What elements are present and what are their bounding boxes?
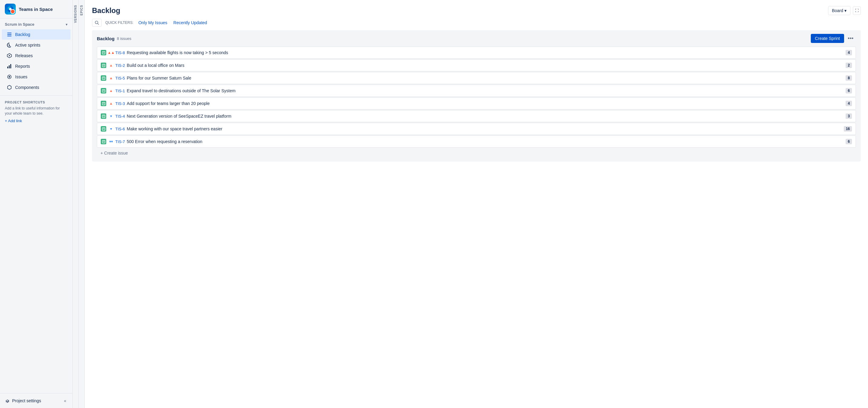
- project-settings-link[interactable]: Project settings: [5, 398, 41, 403]
- create-issue-row[interactable]: + Create issue: [97, 148, 856, 158]
- svg-rect-32: [103, 128, 104, 129]
- gear-icon: [5, 398, 10, 403]
- board-button-label: Board: [832, 8, 843, 13]
- issue-summary: Plans for our Summer Saturn Sale: [127, 76, 843, 80]
- issue-summary: Make working with our space travel partn…: [127, 127, 841, 131]
- table-row[interactable]: ▲ TIS-2 Build out a local office on Mars…: [97, 59, 856, 71]
- scrum-section-header[interactable]: Scrum in Space ▾: [0, 19, 72, 29]
- versions-panel[interactable]: VERSIONS: [73, 0, 79, 408]
- svg-rect-30: [103, 116, 104, 116]
- issue-type-icon: [101, 50, 106, 55]
- sidebar: Teams in Space Scrum in Space ▾ Backlog: [0, 0, 73, 408]
- priority-icon: ▾▾: [108, 139, 114, 144]
- main-content: Backlog Board ▾ ⛶ QUICK FILTERS: Only My…: [85, 0, 868, 408]
- filters-bar: QUICK FILTERS: Only My Issues Recently U…: [85, 19, 868, 30]
- table-row[interactable]: ▲ TIS-5 Plans for our Summer Saturn Sale…: [97, 72, 856, 84]
- issue-id: TIS-6: [115, 127, 125, 131]
- epics-panel-label: EPICS: [80, 2, 83, 18]
- add-link-button[interactable]: + Add link: [5, 118, 22, 123]
- svg-rect-7: [9, 65, 10, 68]
- story-points: 4: [846, 50, 852, 55]
- epics-panel[interactable]: EPICS: [79, 0, 85, 408]
- story-points: 4: [846, 101, 852, 106]
- sidebar-item-issues[interactable]: Issues: [2, 72, 70, 82]
- table-row[interactable]: ▲ TIS-3 Add support for teams larger tha…: [97, 97, 856, 109]
- page-title: Backlog: [92, 6, 120, 15]
- issue-summary: Next Generation version of SeeSpaceEZ tr…: [127, 114, 843, 118]
- sidebar-item-active-sprints[interactable]: Active sprints: [2, 40, 70, 50]
- svg-rect-20: [103, 77, 104, 78]
- priority-icon: ▲▲: [108, 50, 114, 55]
- table-row[interactable]: ▾ TIS-6 Make working with our space trav…: [97, 123, 856, 135]
- story-points: 6: [846, 88, 852, 94]
- issue-id: TIS-4: [115, 114, 125, 118]
- shortcuts-title: PROJECT SHORTCUTS: [5, 100, 67, 104]
- story-points: 8: [846, 75, 852, 81]
- sidebar-item-components-label: Components: [15, 85, 39, 90]
- backlog-title: Backlog: [97, 36, 115, 41]
- issue-id: TIS-5: [115, 76, 125, 80]
- issue-summary: Requesting available flights is now taki…: [127, 50, 843, 55]
- backlog-header: Backlog 8 issues Create Sprint •••: [97, 34, 856, 43]
- board-button[interactable]: Board ▾: [828, 6, 850, 15]
- issue-id: TIS-3: [115, 101, 125, 106]
- svg-line-12: [98, 24, 99, 25]
- sidebar-item-reports-label: Reports: [15, 64, 30, 69]
- issue-count: 8 issues: [117, 36, 131, 41]
- board-chevron-icon: ▾: [844, 8, 846, 13]
- table-row[interactable]: ▲▲ TIS-8 Requesting available flights is…: [97, 46, 856, 59]
- svg-rect-4: [7, 36, 11, 36]
- priority-icon: ▲: [108, 76, 114, 80]
- project-settings-label: Project settings: [12, 398, 41, 403]
- issue-type-icon: [101, 101, 106, 106]
- sidebar-item-reports[interactable]: Reports: [2, 61, 70, 71]
- table-row[interactable]: ▾ TIS-4 Next Generation version of SeeSp…: [97, 110, 856, 122]
- backlog-section: Backlog 8 issues Create Sprint ••• ▲▲ TI…: [92, 30, 861, 162]
- report-icon: [7, 64, 12, 69]
- svg-rect-35: [103, 141, 104, 141]
- shortcuts-description: Add a link to useful information for you…: [5, 106, 67, 116]
- fullscreen-button[interactable]: ⛶: [853, 6, 861, 15]
- svg-rect-15: [103, 53, 104, 53]
- content-area: Backlog 8 issues Create Sprint ••• ▲▲ TI…: [85, 30, 868, 408]
- backlog-actions: Create Sprint •••: [811, 34, 856, 43]
- fullscreen-icon: ⛶: [855, 8, 859, 13]
- issue-summary: Expand travel to destinations outside of…: [127, 88, 843, 93]
- sidebar-item-backlog-label: Backlog: [15, 32, 30, 37]
- svg-rect-8: [10, 64, 11, 68]
- svg-rect-6: [7, 67, 8, 68]
- collapse-sidebar-button[interactable]: «: [63, 397, 67, 404]
- table-row[interactable]: ▲ TIS-1 Expand travel to destinations ou…: [97, 85, 856, 97]
- more-options-button[interactable]: •••: [845, 34, 856, 43]
- svg-point-10: [9, 76, 10, 78]
- issue-type-icon: [101, 63, 106, 68]
- story-points: 3: [846, 113, 852, 119]
- sidebar-item-releases-label: Releases: [15, 53, 33, 58]
- svg-rect-17: [103, 65, 104, 65]
- release-icon: [7, 53, 12, 58]
- svg-rect-26: [103, 103, 104, 103]
- create-issue-label: + Create issue: [100, 150, 128, 156]
- issue-id: TIS-2: [115, 63, 125, 68]
- issue-type-icon: [101, 126, 106, 132]
- svg-rect-21: [103, 78, 104, 78]
- sidebar-header: Teams in Space: [0, 0, 72, 19]
- recently-updated-button[interactable]: Recently Updated: [172, 20, 208, 25]
- table-row[interactable]: ▾▾ TIS-7 500 Error when requesting a res…: [97, 136, 856, 147]
- sidebar-item-releases[interactable]: Releases: [2, 50, 70, 61]
- component-icon: [7, 85, 12, 90]
- issue-summary: Add support for teams larger than 20 peo…: [127, 101, 843, 106]
- quick-filters-label: QUICK FILTERS:: [105, 21, 133, 25]
- story-points: 6: [846, 139, 852, 144]
- sidebar-item-components[interactable]: Components: [2, 82, 70, 93]
- issue-summary: Build out a local office on Mars: [127, 63, 843, 68]
- only-my-issues-button[interactable]: Only My Issues: [137, 20, 168, 25]
- issue-icon: [7, 74, 12, 79]
- svg-rect-2: [7, 33, 11, 33]
- sidebar-item-backlog[interactable]: Backlog: [2, 29, 70, 40]
- search-box[interactable]: [92, 19, 102, 27]
- create-sprint-button[interactable]: Create Sprint: [811, 34, 844, 43]
- backlog-icon: [7, 32, 12, 37]
- header-actions: Board ▾ ⛶: [828, 6, 861, 15]
- priority-icon: ▾: [108, 114, 114, 118]
